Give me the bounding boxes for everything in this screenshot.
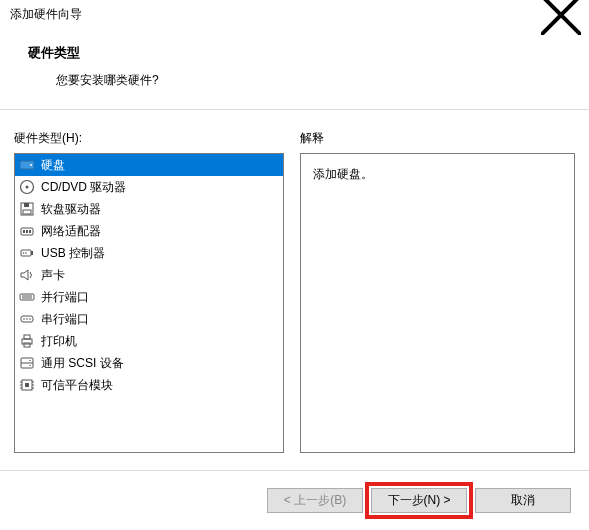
list-item[interactable]: 声卡 [15,264,283,286]
list-item-label: USB 控制器 [41,245,105,262]
list-item-label: 打印机 [41,333,77,350]
list-item-label: 网络适配器 [41,223,101,240]
scsi-icon [19,355,35,371]
hardware-types-label: 硬件类型(H): [14,130,284,147]
list-item-label: 硬盘 [41,157,65,174]
header-subtitle: 您要安装哪类硬件? [28,72,579,89]
titlebar: 添加硬件向导 [0,0,589,30]
list-item-label: 软盘驱动器 [41,201,101,218]
explanation-label: 解释 [300,130,575,147]
parallel-icon [19,289,35,305]
list-item[interactable]: 通用 SCSI 设备 [15,352,283,374]
wizard-header: 硬件类型 您要安装哪类硬件? [0,30,589,110]
hardware-types-listbox[interactable]: 硬盘CD/DVD 驱动器软盘驱动器网络适配器USB 控制器声卡并行端口串行端口打… [14,153,284,453]
list-item[interactable]: 软盘驱动器 [15,198,283,220]
usb-icon [19,245,35,261]
serial-icon [19,311,35,327]
list-item-label: 可信平台模块 [41,377,113,394]
footer: < 上一步(B) 下一步(N) > 取消 [0,470,589,530]
list-item-label: CD/DVD 驱动器 [41,179,126,196]
back-button[interactable]: < 上一步(B) [267,488,363,513]
list-item[interactable]: CD/DVD 驱动器 [15,176,283,198]
sound-icon [19,267,35,283]
cancel-button[interactable]: 取消 [475,488,571,513]
list-item[interactable]: 可信平台模块 [15,374,283,396]
floppy-icon [19,201,35,217]
cd-icon [19,179,35,195]
header-title: 硬件类型 [28,44,579,62]
list-item[interactable]: USB 控制器 [15,242,283,264]
list-item-label: 通用 SCSI 设备 [41,355,124,372]
list-item[interactable]: 打印机 [15,330,283,352]
list-item[interactable]: 并行端口 [15,286,283,308]
network-icon [19,223,35,239]
explanation-column: 解释 添加硬盘。 [300,130,575,453]
list-item[interactable]: 串行端口 [15,308,283,330]
hardware-types-column: 硬件类型(H): 硬盘CD/DVD 驱动器软盘驱动器网络适配器USB 控制器声卡… [14,130,284,453]
list-item-label: 并行端口 [41,289,89,306]
list-item[interactable]: 硬盘 [15,154,283,176]
explanation-text: 添加硬盘。 [313,167,373,181]
printer-icon [19,333,35,349]
next-button[interactable]: 下一步(N) > [371,488,467,513]
explanation-box: 添加硬盘。 [300,153,575,453]
content-area: 硬件类型(H): 硬盘CD/DVD 驱动器软盘驱动器网络适配器USB 控制器声卡… [0,110,589,463]
window-title: 添加硬件向导 [10,6,541,23]
close-icon [541,0,581,35]
tpm-icon [19,377,35,393]
hdd-icon [19,157,35,173]
list-item[interactable]: 网络适配器 [15,220,283,242]
list-item-label: 串行端口 [41,311,89,328]
list-item-label: 声卡 [41,267,65,284]
close-button[interactable] [541,1,581,29]
